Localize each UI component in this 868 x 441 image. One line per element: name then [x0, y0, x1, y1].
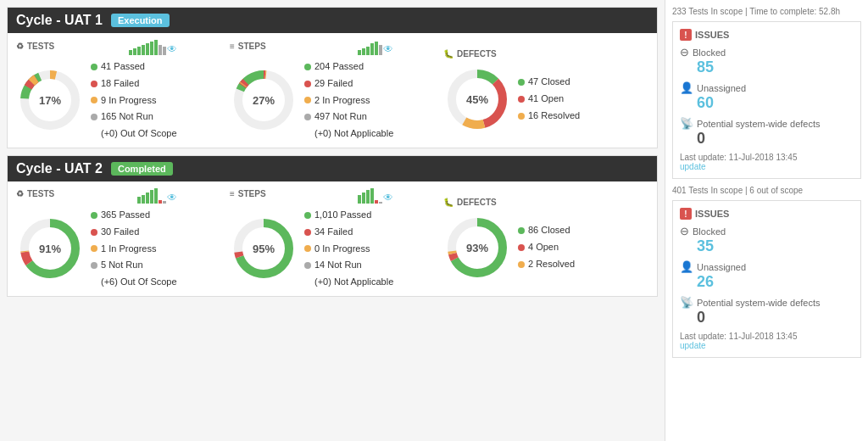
uat2-tests-percent: 91%: [39, 243, 61, 255]
uat2-unassigned-value: 26: [697, 273, 854, 291]
uat1-title: Cycle - UAT 1: [16, 13, 103, 28]
uat2-unassigned-row: 👤 Unassigned 26: [680, 260, 854, 291]
uat1-steps-label: ≡ STEPS: [230, 42, 266, 51]
uat2-potential-row: 📡 Potential system-wide defects 0: [680, 296, 854, 327]
uat1-issues-title: ISSUES: [695, 30, 729, 40]
uat1-update-link[interactable]: update: [680, 162, 706, 171]
uat1-tests-donut: 17%: [16, 66, 84, 134]
uat2-steps-donut: 95%: [230, 215, 298, 282]
uat2-badge: Completed: [111, 162, 173, 176]
uat1-steps-card: ≡ STEPS 👁: [230, 40, 435, 142]
potential2-icon: 📡: [680, 296, 693, 309]
uat2-defects-label: 🐛 DEFECTS: [443, 198, 497, 207]
uat2-unassigned-label: 👤 Unassigned: [680, 260, 854, 273]
uat2-tests-eye[interactable]: 👁: [167, 192, 177, 204]
uat1-tests-legend: 41 Passed 18 Failed 9 In Progress 165 No…: [91, 59, 177, 142]
uat1-potential-row: 📡 Potential system-wide defects 0: [680, 117, 854, 148]
uat1-potential-label: 📡 Potential system-wide defects: [680, 117, 854, 130]
defects2-icon: 🐛: [443, 198, 453, 207]
uat1-alert-icon: !: [680, 29, 692, 41]
uat2-issues-block: ! ISSUES ⊖ Blocked 35 👤 Unassigned 26 📡 …: [672, 200, 861, 358]
uat1-blocked-label: ⊖ Blocked: [680, 46, 854, 59]
uat1-tests-label: ♻ TESTS: [16, 42, 54, 51]
sidebar: 233 Tests In scope | Time to complete: 5…: [665, 0, 868, 441]
uat2-blocked-label: ⊖ Blocked: [680, 225, 854, 237]
uat1-defects-label: 🐛 DEFECTS: [443, 49, 497, 59]
uat2-blocked-row: ⊖ Blocked 35: [680, 225, 854, 255]
steps2-icon: ≡: [230, 189, 235, 198]
uat2-defects-card: 🐛 DEFECTS 93%: [443, 188, 648, 291]
uat1-last-update: Last update: 11-Jul-2018 13:45 update: [680, 153, 854, 171]
uat1-header: Cycle - UAT 1 Execution: [8, 8, 657, 33]
potential-icon: 📡: [680, 117, 693, 130]
uat2-steps-percent: 95%: [253, 243, 275, 255]
uat2-last-update: Last update: 11-Jul-2018 13:45 update: [680, 332, 854, 350]
uat2-defects-percent: 93%: [466, 241, 488, 254]
uat2-potential-value: 0: [697, 309, 854, 327]
uat2-block: Cycle - UAT 2 Completed ♻ TESTS: [7, 155, 658, 297]
uat2-metrics: ♻ TESTS 👁: [16, 188, 648, 291]
uat1-tests-percent: 17%: [39, 94, 61, 107]
uat2-steps-legend: 1,010 Passed 34 Failed 0 In Progress 14 …: [304, 207, 393, 291]
uat2-update-link[interactable]: update: [680, 341, 706, 350]
uat1-potential-value: 0: [697, 130, 854, 148]
uat2-blocked-value: 35: [697, 237, 854, 255]
uat1-badge: Execution: [111, 14, 170, 27]
steps-icon: ≡: [230, 42, 235, 51]
uat1-unassigned-value: 60: [697, 94, 854, 112]
uat2-steps-eye[interactable]: 👁: [383, 192, 393, 204]
tests-icon: ♻: [16, 42, 24, 51]
uat2-steps-label: ≡ STEPS: [230, 189, 266, 198]
blocked2-icon: ⊖: [680, 225, 689, 237]
uat1-unassigned-row: 👤 Unassigned 60: [680, 81, 854, 112]
uat1-tests-eye[interactable]: 👁: [167, 43, 177, 55]
uat1-metrics: ♻ TESTS 👁: [16, 40, 648, 142]
blocked-icon: ⊖: [680, 46, 689, 59]
uat2-scope-info: 401 Tests In scope | 6 out of scope: [672, 186, 861, 195]
uat2-issues-header: ! ISSUES: [680, 208, 854, 220]
uat1-issues-header: ! ISSUES: [680, 29, 854, 41]
main-content: Cycle - UAT 1 Execution ♻ TESTS: [0, 0, 665, 441]
uat1-defects-legend: 47 Closed 41 Open 16 Resolved: [518, 74, 580, 124]
uat1-steps-percent: 27%: [253, 94, 275, 107]
uat1-blocked-value: 85: [697, 59, 854, 76]
uat2-potential-label: 📡 Potential system-wide defects: [680, 296, 854, 309]
uat1-blocked-row: ⊖ Blocked 85: [680, 46, 854, 76]
unassigned-icon: 👤: [680, 81, 693, 94]
uat2-title: Cycle - UAT 2: [16, 161, 103, 176]
uat1-defects-percent: 45%: [466, 92, 488, 105]
uat2-steps-card: ≡ STEPS 👁: [230, 188, 435, 291]
uat1-block: Cycle - UAT 1 Execution ♻ TESTS: [7, 7, 658, 148]
uat1-tests-card: ♻ TESTS 👁: [16, 40, 221, 142]
uat1-issues-block: ! ISSUES ⊖ Blocked 85 👤 Unassigned 60 📡 …: [672, 21, 861, 179]
uat2-header: Cycle - UAT 2 Completed: [8, 156, 657, 181]
uat1-defects-donut: 45%: [443, 65, 511, 133]
uat2-alert-icon: !: [680, 208, 692, 220]
uat2-tests-label: ♻ TESTS: [16, 189, 54, 198]
uat1-steps-eye[interactable]: 👁: [383, 43, 393, 55]
uat2-defects-donut: 93%: [443, 214, 511, 282]
defects-icon: 🐛: [443, 49, 453, 59]
uat2-issues-title: ISSUES: [695, 209, 729, 219]
uat2-tests-donut: 91%: [16, 215, 84, 282]
uat1-defects-card: 🐛 DEFECTS: [443, 40, 648, 142]
uat2-defects-legend: 86 Closed 4 Open 2 Resolved: [518, 222, 575, 272]
tests2-icon: ♻: [16, 189, 24, 198]
uat1-steps-donut: 27%: [230, 66, 298, 134]
uat2-tests-card: ♻ TESTS 👁: [16, 188, 221, 291]
uat1-scope-info: 233 Tests In scope | Time to complete: 5…: [672, 7, 861, 16]
unassigned2-icon: 👤: [680, 260, 693, 273]
uat2-tests-legend: 365 Passed 30 Failed 1 In Progress 5 Not…: [91, 207, 177, 291]
uat1-steps-legend: 204 Passed 29 Failed 2 In Progress 497 N…: [304, 59, 393, 142]
uat1-unassigned-label: 👤 Unassigned: [680, 81, 854, 94]
